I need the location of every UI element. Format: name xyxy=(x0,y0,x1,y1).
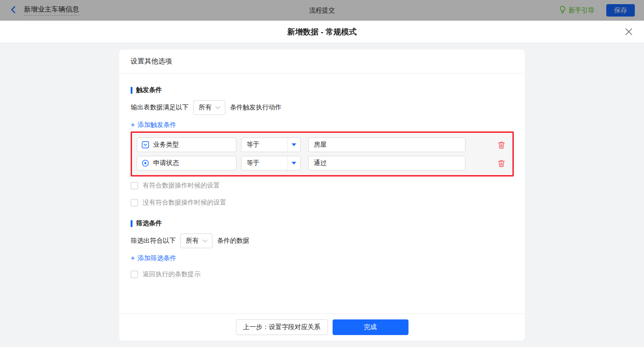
condition-operator-value: 等于 xyxy=(242,159,287,167)
card-header: 设置其他选项 xyxy=(119,50,525,74)
checkbox-matched-data-settings[interactable]: 有符合数据操作时候的设置 xyxy=(131,182,512,190)
caret-down-icon xyxy=(287,138,300,152)
condition-operator-select[interactable]: 等于 xyxy=(241,137,301,152)
add-filter-condition-link[interactable]: + 添加筛选条件 xyxy=(131,254,176,262)
dropdown-field-icon xyxy=(142,141,149,148)
condition-operator-select[interactable]: 等于 xyxy=(241,156,301,171)
done-button[interactable]: 完成 xyxy=(333,319,408,335)
add-filter-condition-label: 添加筛选条件 xyxy=(138,254,176,262)
trigger-section-title-text: 触发条件 xyxy=(136,86,162,94)
checkbox-label: 没有符合数据操作时候的设置 xyxy=(143,199,226,207)
condition-value-text: 通过 xyxy=(314,159,327,167)
card-header-title: 设置其他选项 xyxy=(131,57,172,66)
modal-title-bar: 新增数据 - 常规模式 xyxy=(0,21,644,43)
checkbox-label: 返回执行的条数提示 xyxy=(143,270,201,279)
options-card: 设置其他选项 触发条件 输出表数据满足以下 所有 条件触发执行 xyxy=(119,50,525,341)
plus-icon: + xyxy=(131,255,135,262)
condition-value-text: 房屋 xyxy=(314,141,327,149)
filter-section-title-text: 筛选条件 xyxy=(136,219,162,228)
condition-field-select[interactable]: 申请状态 xyxy=(137,156,236,171)
trigger-match-select[interactable]: 所有 xyxy=(193,100,225,115)
add-data-modal: 新增数据 - 常规模式 设置其他选项 触发条件 输出表数据满足以下 所有 xyxy=(0,21,644,347)
radio-field-icon xyxy=(142,159,149,167)
section-marker-bar xyxy=(131,87,132,94)
condition-value-input[interactable]: 通过 xyxy=(308,156,466,171)
condition-field-select[interactable]: 业务类型 xyxy=(137,137,236,152)
section-marker-bar xyxy=(131,220,132,227)
trigger-match-prefix: 输出表数据满足以下 xyxy=(131,103,189,112)
trigger-condition-row: 申请状态 等于 通过 xyxy=(137,156,508,171)
filter-match-select[interactable]: 所有 xyxy=(180,233,213,248)
card-body: 触发条件 输出表数据满足以下 所有 条件触发执行动作 + 添加触 xyxy=(119,74,525,313)
trigger-section-title: 触发条件 xyxy=(131,86,512,94)
filter-match-prefix: 筛选出符合以下 xyxy=(131,237,176,245)
caret-down-icon xyxy=(287,156,300,170)
header-dim-overlay xyxy=(0,0,644,21)
filter-section: 筛选条件 筛选出符合以下 所有 条件的数据 xyxy=(131,219,512,279)
checkbox-return-count-tip[interactable]: 返回执行的条数提示 xyxy=(131,270,512,279)
add-trigger-condition-link[interactable]: + 添加触发条件 xyxy=(131,121,176,129)
trigger-conditions-group: 业务类型 等于 房屋 申请状态 等于 通过 xyxy=(131,131,514,176)
trigger-checkboxes: 有符合数据操作时候的设置 没有符合数据操作时候的设置 xyxy=(131,182,512,207)
chevron-down-icon xyxy=(202,239,207,243)
trigger-match-row: 输出表数据满足以下 所有 条件触发执行动作 xyxy=(131,100,512,115)
checkbox-icon xyxy=(131,182,138,189)
delete-condition-trash-icon[interactable] xyxy=(498,159,505,167)
condition-operator-value: 等于 xyxy=(242,141,287,149)
condition-field-label: 业务类型 xyxy=(153,141,179,149)
condition-field-label: 申请状态 xyxy=(153,159,179,167)
trigger-match-suffix: 条件触发执行动作 xyxy=(230,103,282,112)
close-icon[interactable] xyxy=(625,28,633,36)
checkbox-icon xyxy=(131,199,138,206)
filter-section-title: 筛选条件 xyxy=(131,219,512,228)
filter-match-suffix: 条件的数据 xyxy=(217,237,249,245)
plus-icon: + xyxy=(131,121,135,129)
checkbox-label: 有符合数据操作时候的设置 xyxy=(143,182,220,190)
delete-condition-trash-icon[interactable] xyxy=(498,141,505,149)
add-trigger-condition-label: 添加触发条件 xyxy=(138,121,176,129)
checkbox-icon xyxy=(131,271,138,278)
card-footer: 上一步：设置字段对应关系 完成 xyxy=(119,313,525,341)
trigger-condition-row: 业务类型 等于 房屋 xyxy=(137,137,508,152)
modal-title: 新增数据 - 常规模式 xyxy=(287,27,356,37)
filter-match-row: 筛选出符合以下 所有 条件的数据 xyxy=(131,233,512,248)
condition-value-input[interactable]: 房屋 xyxy=(308,137,466,152)
trigger-match-select-value: 所有 xyxy=(199,103,212,112)
top-bar: 流程提交 新增业主车辆信息 新手引导 保存 xyxy=(0,0,644,21)
chevron-down-icon xyxy=(215,106,220,109)
filter-match-select-value: 所有 xyxy=(186,237,199,245)
checkbox-no-matched-data-settings[interactable]: 没有符合数据操作时候的设置 xyxy=(131,199,512,207)
prev-step-button[interactable]: 上一步：设置字段对应关系 xyxy=(236,319,328,335)
modal-body: 设置其他选项 触发条件 输出表数据满足以下 所有 条件触发执行 xyxy=(0,43,644,347)
